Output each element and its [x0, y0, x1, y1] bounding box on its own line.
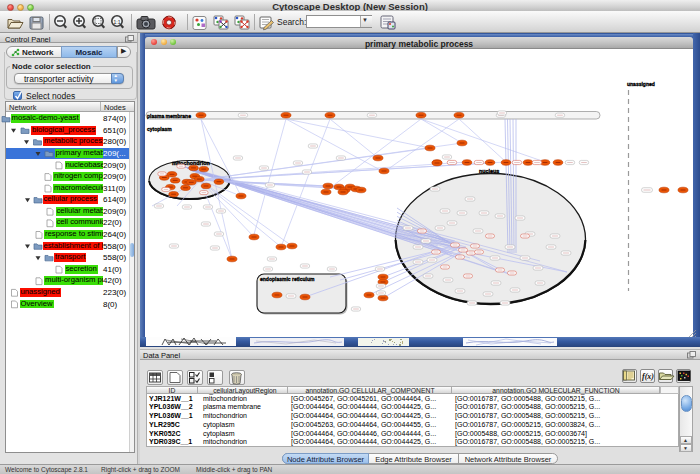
svg-text:endoplasmic reticulum: endoplasmic reticulum: [260, 276, 315, 282]
svg-text:plasma membrane: plasma membrane: [147, 113, 191, 119]
svg-text:f(x): f(x): [642, 372, 654, 381]
svg-text:nucleus: nucleus: [479, 168, 499, 174]
svg-text:cytoplasm: cytoplasm: [147, 126, 172, 132]
svg-text:unassigned: unassigned: [627, 81, 655, 87]
